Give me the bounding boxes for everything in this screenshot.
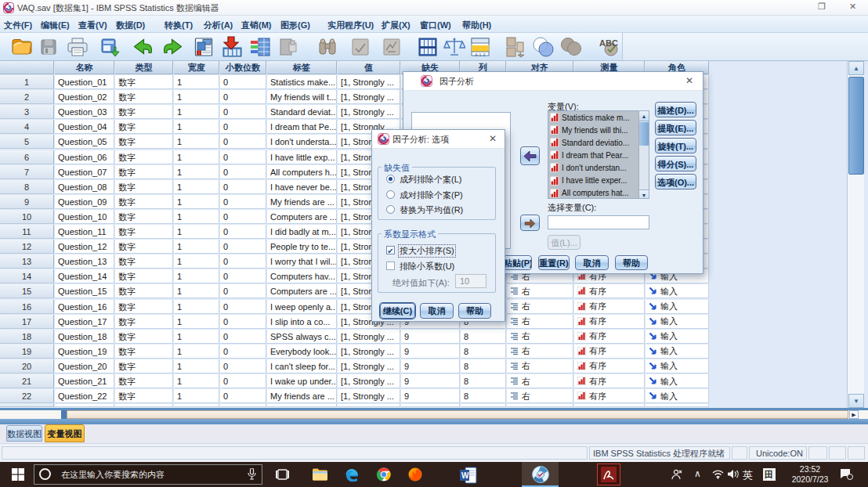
svg-text:W: W bbox=[461, 471, 469, 480]
